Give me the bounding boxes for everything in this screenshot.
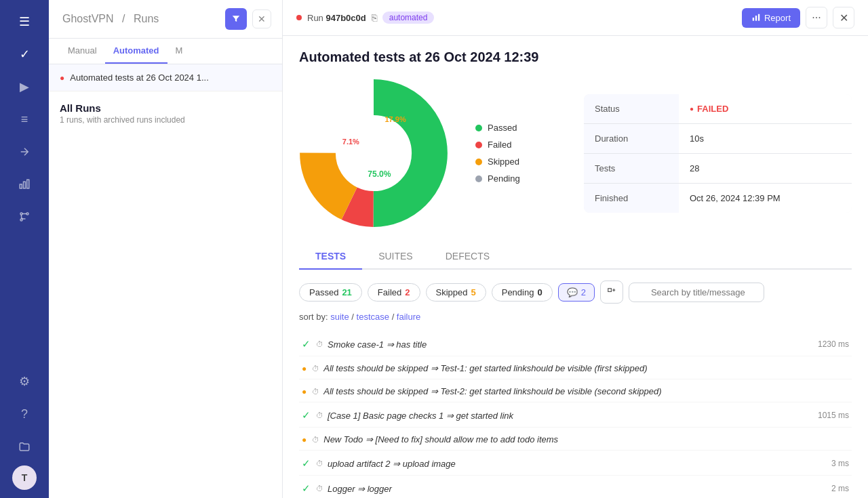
add-test-button[interactable] bbox=[600, 281, 623, 304]
filter-failed[interactable]: Failed 2 bbox=[368, 283, 420, 302]
tab-automated[interactable]: Automated bbox=[105, 39, 167, 64]
tab-manual[interactable]: Manual bbox=[60, 39, 105, 64]
svg-text:75.0%: 75.0% bbox=[368, 169, 391, 179]
test-list-item: ● ⏱ New Todo ⇒ [Need to fix] should allo… bbox=[299, 429, 852, 451]
sidebar-chart-icon[interactable] bbox=[11, 171, 38, 198]
time-icon: ⏱ bbox=[316, 340, 323, 348]
sidebar-branch-icon[interactable] bbox=[11, 203, 38, 230]
donut-chart: 75.0% 7.1% 17.9% bbox=[299, 79, 448, 228]
svg-rect-1 bbox=[24, 182, 26, 188]
svg-rect-6 bbox=[753, 18, 754, 21]
sidebar-play-icon[interactable]: ▶ bbox=[11, 73, 38, 100]
copy-icon[interactable]: ⎘ bbox=[372, 12, 377, 23]
test-list-item: ✓ ⏱ upload artifact 2 ⇒ upload image 3 m… bbox=[299, 452, 852, 476]
test-skipped-icon: ● bbox=[302, 435, 307, 444]
svg-text:17.9%: 17.9% bbox=[385, 115, 406, 123]
secondary-close-button[interactable]: ✕ bbox=[252, 9, 271, 28]
status-label: Status bbox=[584, 94, 679, 123]
main-close-button[interactable]: ✕ bbox=[833, 7, 854, 28]
test-list-item: ✓ ⏱ Logger ⇒ logger 2 ms bbox=[299, 477, 852, 498]
all-runs-section: All Runs 1 runs, with archived runs incl… bbox=[49, 91, 282, 136]
filter-skipped[interactable]: Skipped 5 bbox=[426, 283, 486, 302]
tab-suites[interactable]: SUITES bbox=[362, 244, 429, 270]
tests-value: 28 bbox=[679, 154, 852, 183]
run-id-label: Run 947b0c0d bbox=[307, 13, 366, 23]
time-icon: ⏱ bbox=[312, 365, 319, 373]
more-options-button[interactable]: ··· bbox=[806, 7, 827, 28]
all-runs-title: All Runs bbox=[60, 102, 271, 114]
breadcrumb-sep: / bbox=[122, 13, 125, 24]
legend-dot-failed bbox=[475, 142, 482, 148]
run-id-value: 947b0c0d bbox=[326, 13, 366, 23]
svg-rect-8 bbox=[758, 14, 760, 21]
time-icon: ⏱ bbox=[316, 411, 323, 419]
sidebar-folder-icon[interactable] bbox=[11, 433, 38, 460]
svg-point-3 bbox=[20, 213, 22, 215]
svg-point-12 bbox=[336, 116, 411, 190]
test-name[interactable]: Logger ⇒ logger bbox=[328, 484, 827, 494]
sort-suite-link[interactable]: suite bbox=[330, 312, 349, 322]
duration-label: Duration bbox=[584, 124, 679, 153]
filter-button[interactable] bbox=[225, 8, 247, 30]
avatar[interactable]: T bbox=[12, 465, 37, 490]
sidebar-help-icon[interactable]: ? bbox=[11, 400, 38, 428]
sort-failure-link[interactable]: failure bbox=[397, 312, 420, 322]
sort-testcase-link[interactable]: testcase bbox=[357, 312, 389, 322]
test-passed-icon: ✓ bbox=[302, 482, 311, 495]
test-name[interactable]: Smoke case-1 ⇒ has title bbox=[328, 339, 814, 350]
run-item[interactable]: ● Automated tests at 26 Oct 2024 1... bbox=[49, 64, 282, 91]
test-name[interactable]: All tests should be skipped ⇒ Test-1: ge… bbox=[323, 363, 849, 373]
svg-rect-0 bbox=[20, 184, 22, 188]
test-name[interactable]: upload artifact 2 ⇒ upload image bbox=[328, 459, 827, 469]
test-list-item: ✓ ⏱ [Case 1] Basic page checks 1 ⇒ get s… bbox=[299, 404, 852, 428]
svg-rect-7 bbox=[755, 16, 757, 21]
test-skipped-icon: ● bbox=[302, 364, 307, 373]
legend-failed: Failed bbox=[475, 140, 557, 150]
test-name[interactable]: All tests should be skipped ⇒ Test-2: ge… bbox=[323, 386, 849, 396]
sidebar-settings-icon[interactable]: ⚙ bbox=[11, 368, 38, 395]
sidebar-import-icon[interactable] bbox=[11, 138, 38, 165]
test-time: 2 ms bbox=[831, 484, 849, 493]
svg-text:7.1%: 7.1% bbox=[342, 138, 359, 146]
test-time: 3 ms bbox=[831, 459, 849, 468]
test-time: 1230 ms bbox=[818, 339, 849, 349]
all-runs-subtitle: 1 runs, with archived runs included bbox=[60, 115, 271, 125]
legend-skipped: Skipped bbox=[475, 157, 557, 167]
test-name[interactable]: [Case 1] Basic page checks 1 ⇒ get start… bbox=[328, 411, 814, 421]
filter-row: Passed 21 Failed 2 Skipped 5 Pending 0 💬… bbox=[299, 281, 852, 304]
breadcrumb-app: GhostVPN bbox=[62, 13, 114, 24]
sidebar-menu-icon[interactable]: ☰ bbox=[11, 8, 38, 35]
filter-passed[interactable]: Passed 21 bbox=[299, 283, 362, 302]
chart-legend: Passed Failed Skipped Pending bbox=[475, 123, 557, 184]
time-icon: ⏱ bbox=[312, 388, 319, 396]
status-row-status: Status ● FAILED bbox=[584, 94, 852, 124]
filter-pending[interactable]: Pending 0 bbox=[492, 283, 553, 302]
legend-dot-pending bbox=[475, 175, 482, 182]
tab-tests[interactable]: TESTS bbox=[299, 244, 362, 270]
run-status-indicator bbox=[296, 15, 302, 20]
sidebar-check-icon[interactable]: ✓ bbox=[11, 41, 38, 68]
svg-point-4 bbox=[26, 213, 28, 215]
test-list: ✓ ⏱ Smoke case-1 ⇒ has title 1230 ms ● ⏱… bbox=[299, 333, 852, 498]
svg-point-5 bbox=[20, 219, 22, 221]
test-passed-icon: ✓ bbox=[302, 409, 311, 421]
time-icon: ⏱ bbox=[316, 459, 323, 468]
test-list-item: ● ⏱ All tests should be skipped ⇒ Test-2… bbox=[299, 381, 852, 402]
search-input[interactable] bbox=[629, 283, 764, 302]
tab-defects[interactable]: DEFECTS bbox=[429, 244, 506, 270]
report-button[interactable]: Report bbox=[742, 8, 800, 28]
sort-row: sort by: suite / testcase / failure bbox=[299, 312, 852, 322]
breadcrumb: GhostVPN / Runs bbox=[60, 13, 161, 25]
status-value: ● FAILED bbox=[679, 94, 852, 123]
test-passed-icon: ✓ bbox=[302, 457, 311, 470]
sidebar-list-icon[interactable]: ≡ bbox=[11, 106, 38, 133]
test-name[interactable]: New Todo ⇒ [Need to fix] should allow me… bbox=[323, 434, 849, 444]
tab-m[interactable]: M bbox=[167, 39, 191, 64]
test-skipped-icon: ● bbox=[302, 387, 307, 396]
comment-pill[interactable]: 💬 2 bbox=[558, 283, 595, 302]
time-icon: ⏱ bbox=[316, 484, 323, 493]
svg-rect-16 bbox=[608, 289, 612, 292]
sidebar-tabs: Manual Automated M bbox=[49, 39, 282, 64]
legend-dot-skipped bbox=[475, 159, 482, 165]
finished-value: Oct 26, 2024 12:39 PM bbox=[679, 184, 852, 213]
